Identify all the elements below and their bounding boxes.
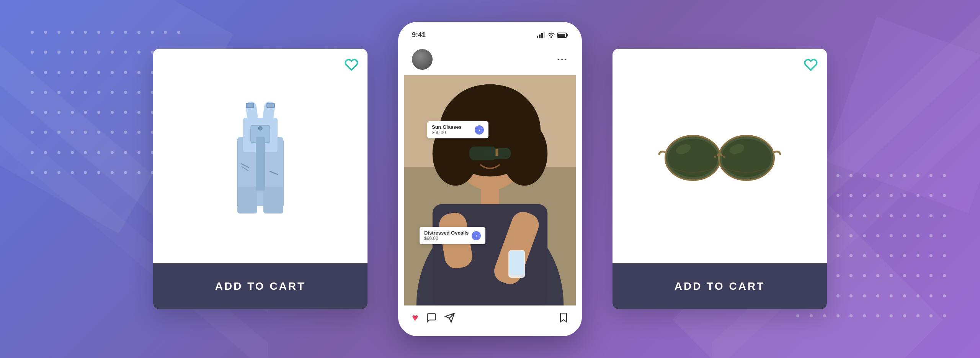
dot xyxy=(943,234,946,237)
background: // Will be rendered via JS below xyxy=(0,0,980,358)
dot xyxy=(137,91,140,94)
dot xyxy=(97,71,100,74)
dot xyxy=(863,254,866,257)
dot xyxy=(836,314,840,317)
share-icon[interactable] xyxy=(444,312,455,323)
dot xyxy=(97,131,100,134)
dot xyxy=(31,31,34,34)
dot xyxy=(124,131,127,134)
dot xyxy=(44,131,47,134)
dot xyxy=(97,31,100,34)
product-tag-sunglasses[interactable]: Sun Glasses $60.00 › xyxy=(427,121,488,138)
dot xyxy=(44,171,47,174)
dot xyxy=(44,151,47,154)
dot xyxy=(890,254,893,257)
dot xyxy=(903,214,906,217)
dot xyxy=(903,294,906,297)
dot xyxy=(137,171,140,174)
dot xyxy=(943,194,946,197)
svg-point-50 xyxy=(722,139,771,177)
left-heart-icon[interactable] xyxy=(345,58,358,72)
svg-rect-12 xyxy=(263,187,283,213)
tag-overalls-arrow[interactable]: › xyxy=(472,231,481,240)
dot xyxy=(863,234,866,237)
tag-sunglasses-arrow[interactable]: › xyxy=(475,125,484,135)
dot xyxy=(836,254,840,257)
dot xyxy=(836,274,840,277)
dot xyxy=(916,314,920,317)
dot xyxy=(943,274,946,277)
comment-icon[interactable] xyxy=(426,312,437,323)
dot xyxy=(849,214,853,217)
left-product-card: ADD TO CART xyxy=(153,49,368,309)
phone-inner: 9:41 xyxy=(404,28,576,330)
svg-rect-13 xyxy=(256,137,265,190)
dot xyxy=(84,71,87,74)
dot xyxy=(31,151,34,154)
dot xyxy=(97,151,100,154)
dot xyxy=(929,274,933,277)
dot xyxy=(84,51,87,54)
phone-mockup: 9:41 xyxy=(398,22,582,336)
dot xyxy=(916,174,920,177)
wifi-icon xyxy=(547,32,555,38)
tag-overalls-price: $60.00 xyxy=(424,236,469,241)
dot xyxy=(849,194,853,197)
dot xyxy=(97,171,100,174)
dot xyxy=(863,314,866,317)
tag-overalls-info: Distressed Ovealls $60.00 xyxy=(424,230,469,241)
dot xyxy=(71,151,74,154)
dot xyxy=(97,91,100,94)
dot xyxy=(111,151,114,154)
dot xyxy=(836,214,840,217)
dot xyxy=(84,91,87,94)
more-options-icon[interactable]: ··· xyxy=(557,54,568,65)
dot xyxy=(137,31,140,34)
right-heart-icon[interactable] xyxy=(804,58,818,72)
bookmark-icon[interactable] xyxy=(559,312,568,323)
dot xyxy=(124,111,127,114)
svg-point-24 xyxy=(550,36,552,38)
tag-sunglasses-price: $60.00 xyxy=(432,130,472,135)
dot xyxy=(57,31,60,34)
dot xyxy=(164,31,167,34)
svg-point-54 xyxy=(723,156,725,158)
dot xyxy=(836,174,840,177)
left-product-image-area xyxy=(153,49,368,263)
dot xyxy=(863,294,866,297)
dot xyxy=(943,214,946,217)
dot xyxy=(31,51,34,54)
svg-rect-9 xyxy=(267,103,274,108)
dot xyxy=(849,234,853,237)
dot xyxy=(97,111,100,114)
dot xyxy=(31,91,34,94)
product-tag-overalls[interactable]: Distressed Ovealls $60.00 › xyxy=(420,227,485,244)
dot xyxy=(890,174,893,177)
left-add-to-cart-button[interactable]: ADD TO CART xyxy=(153,263,368,309)
dot xyxy=(863,274,866,277)
phone-status-bar: 9:41 xyxy=(404,28,576,44)
dot xyxy=(863,174,866,177)
dot xyxy=(929,214,933,217)
dot xyxy=(111,71,114,74)
dot xyxy=(57,91,60,94)
dot xyxy=(31,131,34,134)
dot xyxy=(876,174,879,177)
dot xyxy=(916,194,920,197)
dot xyxy=(124,71,127,74)
dot xyxy=(31,111,34,114)
user-avatar[interactable] xyxy=(412,49,433,70)
dot xyxy=(137,111,140,114)
dot xyxy=(916,254,920,257)
dot xyxy=(177,31,180,34)
dot xyxy=(97,51,100,54)
dot xyxy=(903,194,906,197)
dot xyxy=(849,174,853,177)
right-add-to-cart-button[interactable]: ADD TO CART xyxy=(612,263,827,309)
like-button[interactable]: ♥ xyxy=(412,312,418,324)
dot xyxy=(57,111,60,114)
geo-shape-3 xyxy=(825,17,980,213)
dot xyxy=(57,131,60,134)
dot xyxy=(929,314,933,317)
dot xyxy=(903,174,906,177)
